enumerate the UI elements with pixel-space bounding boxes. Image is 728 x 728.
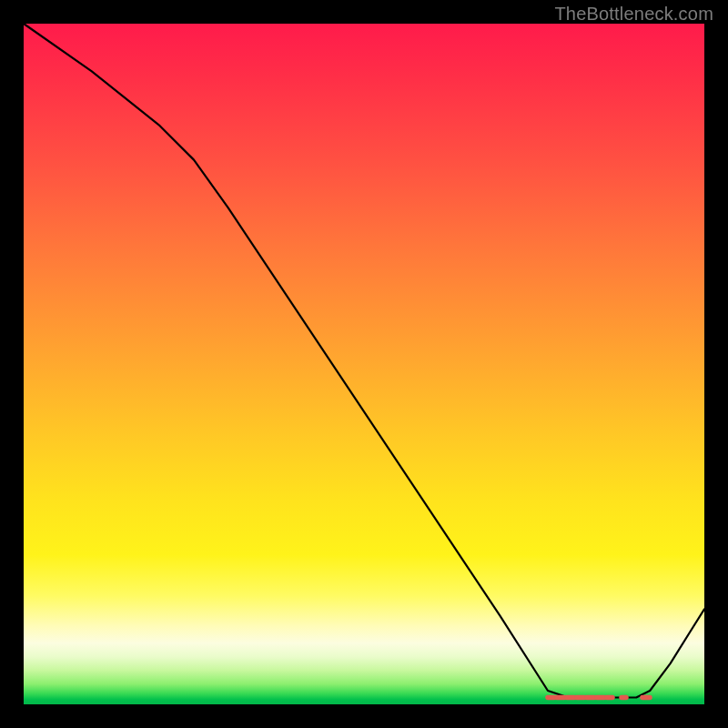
bottleneck-curve <box>24 24 704 698</box>
watermark-text: TheBottleneck.com <box>554 4 713 25</box>
chart-frame: TheBottleneck.com <box>0 0 728 728</box>
chart-overlay <box>24 24 704 704</box>
